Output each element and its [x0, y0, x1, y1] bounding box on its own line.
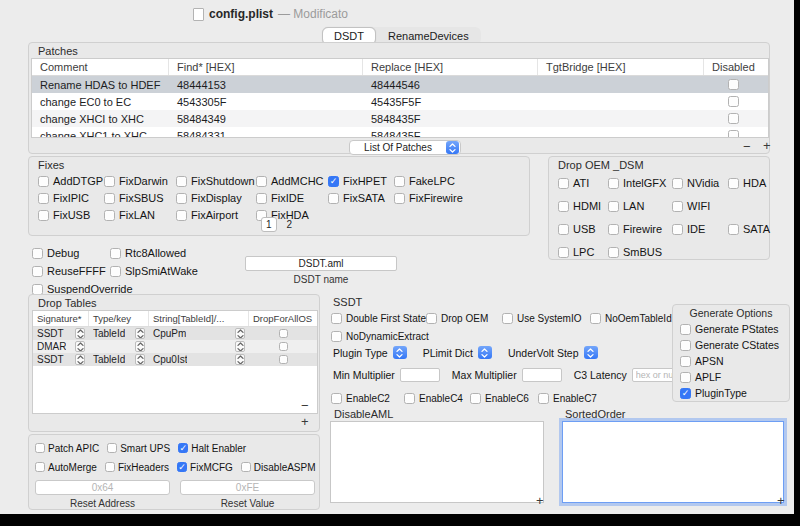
checkbox-fixfirewire[interactable]: FixFirewire	[394, 191, 463, 205]
checkbox-double-first-state[interactable]: Double First State	[331, 311, 426, 325]
checkbox-generate-cstates[interactable]: Generate CStates	[680, 339, 779, 351]
droptable-row[interactable]: SSDTTableIdCpuPm	[33, 327, 317, 340]
checkbox-fixshutdown[interactable]: FixShutdown	[176, 174, 256, 188]
stepper-icon[interactable]	[135, 328, 145, 339]
field-max-multiplier[interactable]	[522, 368, 562, 382]
checkbox-slpsmiatwake[interactable]: SlpSmiAtWake	[110, 264, 198, 278]
fixes-page-1[interactable]: 1	[261, 217, 277, 232]
remove-table-button[interactable]: −	[301, 399, 309, 413]
checkbox-fixheaders[interactable]: FixHeaders	[105, 460, 169, 474]
checkbox-fixdarwin[interactable]: FixDarwin	[104, 174, 176, 188]
field-reset-address[interactable]	[35, 480, 170, 495]
checkbox-usb[interactable]: USB	[558, 222, 608, 236]
document-icon	[193, 8, 204, 21]
stepper-icon[interactable]	[75, 341, 85, 352]
checkbox-enablec2[interactable]: EnableC2	[331, 391, 404, 405]
sortedorder-textarea[interactable]	[562, 421, 784, 503]
field-reset-value[interactable]	[180, 480, 315, 495]
add-table-button[interactable]: +	[301, 415, 309, 429]
patch-disabled-checkbox[interactable]	[728, 130, 739, 138]
checkbox-enablec7[interactable]: EnableC7	[538, 391, 597, 405]
checkbox-fixide[interactable]: FixIDE	[256, 191, 328, 205]
dsdt-name-input[interactable]	[245, 256, 397, 271]
checkbox-lan[interactable]: LAN	[608, 199, 672, 213]
checkbox-fixdisplay[interactable]: FixDisplay	[176, 191, 256, 205]
checkbox-patch-apic[interactable]: Patch APIC	[35, 441, 99, 455]
remove-patch-button[interactable]: −	[743, 140, 751, 154]
sortedorder-add-button[interactable]: +	[777, 493, 785, 508]
checkbox-fixsbus[interactable]: FixSBUS	[104, 191, 176, 205]
patch-row[interactable]: change XHCI to XHC584843495848435F	[32, 110, 768, 127]
patch-disabled-checkbox[interactable]	[728, 113, 739, 124]
stepper-icon[interactable]	[235, 328, 245, 339]
field-min-multiplier[interactable]	[400, 368, 440, 382]
checkbox-enablec6[interactable]: EnableC6	[470, 391, 538, 405]
dsdt-name-label: DSDT name	[245, 274, 397, 285]
checkbox-label: FixSATA	[343, 192, 385, 204]
droptable-row[interactable]: SSDTTableIdCpu0Ist	[33, 353, 317, 366]
checkbox-use-systemio[interactable]: Use SystemIO	[502, 311, 590, 325]
stepper-icon[interactable]	[75, 328, 85, 339]
stepper-control[interactable]	[478, 346, 492, 359]
checkbox-apsn[interactable]: APSN	[680, 355, 779, 367]
patch-disabled-checkbox[interactable]	[728, 79, 739, 90]
disableaml-add-button[interactable]: +	[536, 493, 544, 508]
checkbox-automerge[interactable]: AutoMerge	[35, 460, 97, 474]
add-patch-button[interactable]: +	[763, 139, 771, 153]
fixes-page-2[interactable]: 2	[282, 217, 298, 232]
patch-disabled-checkbox[interactable]	[728, 96, 739, 107]
checkbox-lpc[interactable]: LPC	[558, 245, 608, 259]
checkbox-intelgfx[interactable]: IntelGFX	[608, 176, 672, 190]
checkbox-label: EnableC4	[419, 393, 463, 404]
checkbox-aplf[interactable]: APLF	[680, 371, 779, 383]
checkbox-disableaspm[interactable]: DisableASPM	[241, 460, 316, 474]
patch-row[interactable]: change XHC1 to XHC584843315848435F	[32, 127, 768, 138]
checkbox-reuseffff[interactable]: ReuseFFFF	[32, 264, 110, 278]
checkbox-smbus[interactable]: SmBUS	[608, 245, 672, 259]
checkbox-generate-pstates[interactable]: Generate PStates	[680, 323, 779, 335]
checkbox-enablec4[interactable]: EnableC4	[404, 391, 470, 405]
checkbox-rtc8allowed[interactable]: Rtc8Allowed	[110, 246, 198, 260]
checkbox-hda[interactable]: HDA	[728, 176, 770, 190]
dropforallos-checkbox[interactable]	[279, 355, 288, 364]
checkbox-ide[interactable]: IDE	[672, 222, 728, 236]
checkbox-halt-enabler[interactable]: ✓Halt Enabler	[178, 441, 246, 455]
checkbox-ati[interactable]: ATI	[558, 176, 608, 190]
droptable-row[interactable]: DMAR	[33, 340, 317, 353]
checkbox-smart-ups[interactable]: Smart UPS	[107, 441, 170, 455]
checkbox-fakelpc[interactable]: FakeLPC	[394, 174, 463, 188]
stepper-icon[interactable]	[235, 354, 245, 365]
list-of-patches-dropdown[interactable]: List Of Patches	[349, 140, 461, 155]
checkbox-plugintype[interactable]: ✓PluginType	[680, 387, 779, 399]
checkbox-hdmi[interactable]: HDMI	[558, 199, 608, 213]
checkbox-nooemtableid[interactable]: NoOemTableId	[590, 311, 672, 325]
checkbox-box	[426, 313, 437, 324]
checkbox-box	[38, 176, 49, 187]
checkbox-wifi[interactable]: WIFI	[672, 199, 728, 213]
disableaml-textarea[interactable]	[330, 421, 544, 503]
stepper-icon[interactable]	[135, 341, 145, 352]
dropforallos-checkbox[interactable]	[279, 329, 288, 338]
stepper-icon[interactable]	[75, 354, 85, 365]
checkbox-adddtgp[interactable]: AddDTGP	[38, 174, 104, 188]
checkbox-fixsata[interactable]: FixSATA	[328, 191, 394, 205]
checkbox-label: Double First State	[346, 313, 426, 324]
checkbox-row: FixIPICFixSBUSFixDisplayFixIDEFixSATAFix…	[38, 191, 463, 205]
patch-row[interactable]: change EC0 to EC4543305F45435F5F	[32, 93, 768, 110]
stepper-icon[interactable]	[135, 354, 145, 365]
checkbox-fixmcfg[interactable]: ✓FixMCFG	[177, 460, 233, 474]
checkbox-nvidia[interactable]: NVidia	[672, 176, 728, 190]
stepper-icon[interactable]	[235, 341, 245, 352]
checkbox-addmchc[interactable]: AddMCHC	[256, 174, 328, 188]
checkbox-sata[interactable]: SATA	[728, 222, 770, 236]
checkbox-nodynamicextract[interactable]: NoDynamicExtract	[331, 329, 426, 343]
checkbox-fixhpet[interactable]: ✓FixHPET	[328, 174, 394, 188]
stepper-control[interactable]	[393, 346, 407, 359]
checkbox-fixipic[interactable]: FixIPIC	[38, 191, 104, 205]
checkbox-debug[interactable]: Debug	[32, 246, 110, 260]
dropforallos-checkbox[interactable]	[279, 342, 288, 351]
checkbox-firewire[interactable]: Firewire	[608, 222, 672, 236]
checkbox-drop-oem[interactable]: Drop OEM	[426, 311, 502, 325]
patch-row[interactable]: Rename HDAS to HDEF4844415348444546	[32, 76, 768, 93]
stepper-control[interactable]	[584, 346, 598, 359]
